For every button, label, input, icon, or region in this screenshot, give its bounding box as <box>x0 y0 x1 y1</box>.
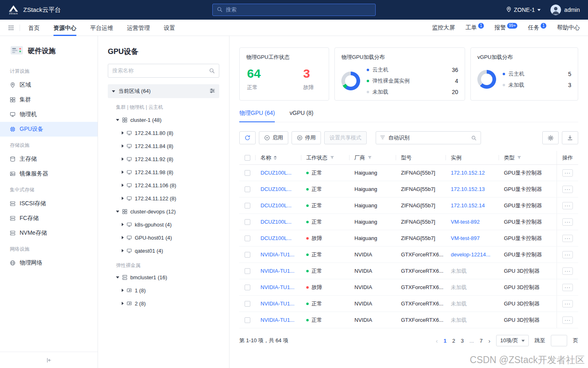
nav-item-help-center[interactable]: 帮助中心 <box>557 24 580 31</box>
tree-host-node[interactable]: 172.24.11.92 (8) <box>108 153 219 166</box>
gpu-name-link[interactable]: DCUZ100L... <box>261 170 292 176</box>
tree-host-node[interactable]: 172.24.11.84 (8) <box>108 139 219 153</box>
jump-page-input[interactable] <box>551 335 567 346</box>
caret-down-icon[interactable] <box>116 211 119 213</box>
tree-bm-node[interactable]: 1 (8) <box>108 284 219 297</box>
instance-link[interactable]: VM-test-897 <box>451 235 480 241</box>
sidebar-item-host[interactable]: 物理机 <box>0 107 98 122</box>
caret-right-icon[interactable] <box>122 157 124 161</box>
row-actions-button[interactable]: ··· <box>562 316 573 324</box>
gpu-name-link[interactable]: DCUZ100L... <box>261 235 292 241</box>
gpu-name-link[interactable]: NVIDIA-TU1... <box>261 284 294 290</box>
gpu-name-link[interactable]: NVIDIA-TU1... <box>261 268 294 274</box>
caret-down-icon[interactable] <box>112 90 115 92</box>
row-actions-button[interactable]: ··· <box>562 202 573 209</box>
sidebar-item-primary-storage[interactable]: 主存储 <box>0 152 98 166</box>
export-download-button[interactable] <box>562 131 578 144</box>
gpu-name-link[interactable]: NVIDIA-TU1... <box>261 317 294 323</box>
nav-item-tasks[interactable]: 任务1 <box>528 24 546 31</box>
gpu-name-link[interactable]: NVIDIA-TU1... <box>261 251 294 258</box>
tree-host-node[interactable]: qatest01 (4) <box>108 244 219 257</box>
sidebar-item-gpu-device[interactable]: GPU设备 <box>0 122 98 137</box>
tree-cluster-node[interactable]: cluster-devops (12) <box>108 205 219 218</box>
page-number[interactable]: 7 <box>480 338 483 344</box>
caret-right-icon[interactable] <box>122 171 124 174</box>
caret-right-icon[interactable] <box>122 223 124 226</box>
filter-funnel-icon[interactable] <box>330 155 334 160</box>
caret-right-icon[interactable] <box>122 131 124 135</box>
nav-item-resource-center[interactable]: 资源中心 <box>53 20 76 36</box>
caret-right-icon[interactable] <box>122 302 124 305</box>
search-icon[interactable] <box>471 135 477 141</box>
tab-physical-gpu[interactable]: 物理GPU (64) <box>239 110 275 122</box>
row-checkbox[interactable] <box>245 236 250 241</box>
nav-item-settings[interactable]: 设置 <box>164 20 175 36</box>
tab-vgpu[interactable]: vGPU (8) <box>290 110 313 122</box>
next-page-icon[interactable]: › <box>488 338 490 344</box>
instance-link[interactable]: 172.10.152.14 <box>451 202 485 209</box>
sidebar-item-image-server[interactable]: 镜像服务器 <box>0 166 98 181</box>
nav-item-monitor-screen[interactable]: 监控大屏 <box>432 24 455 31</box>
instance-link[interactable]: develop-12214... <box>451 251 490 258</box>
row-actions-button[interactable]: ··· <box>562 235 573 242</box>
disable-button[interactable]: 停用 <box>292 131 321 144</box>
app-grid-icon[interactable] <box>8 25 14 31</box>
sidebar-item-physical-network[interactable]: 物理网络 <box>0 256 98 270</box>
instance-link[interactable]: 172.10.152.13 <box>451 186 485 192</box>
caret-down-icon[interactable] <box>116 119 119 121</box>
tree-host-node[interactable]: 172.24.11.98 (8) <box>108 166 219 179</box>
tree-settings-icon[interactable] <box>209 88 215 95</box>
enable-button[interactable]: 启用 <box>259 131 288 144</box>
share-mode-button[interactable]: 设置共享模式 <box>324 131 367 144</box>
tree-bm-node[interactable]: 2 (8) <box>108 297 219 310</box>
nav-item-alerts[interactable]: 报警99+ <box>494 24 517 31</box>
caret-right-icon[interactable] <box>122 184 124 187</box>
row-checkbox[interactable] <box>245 203 250 209</box>
filter-funnel-icon[interactable] <box>517 155 521 160</box>
tree-host-node[interactable]: 172.24.11.80 (8) <box>108 126 219 139</box>
page-size-select[interactable]: 10项/页 <box>496 335 529 346</box>
row-checkbox[interactable] <box>245 317 250 323</box>
refresh-button[interactable] <box>239 131 256 144</box>
row-actions-button[interactable]: ··· <box>562 300 573 307</box>
sidebar-item-region[interactable]: 区域 <box>0 78 98 92</box>
nav-item-tickets[interactable]: 工单1 <box>466 24 484 31</box>
filter-funnel-icon[interactable] <box>368 155 372 160</box>
caret-down-icon[interactable] <box>116 276 119 278</box>
gpu-name-link[interactable]: DCUZ100L... <box>261 219 292 225</box>
tree-host-node[interactable]: GPU-host01 (4) <box>108 231 219 244</box>
tree-host-node[interactable]: 172.24.11.122 (8) <box>108 192 219 205</box>
row-actions-button[interactable]: ··· <box>562 186 573 193</box>
row-actions-button[interactable]: ··· <box>562 169 573 177</box>
tree-bm-cluster-node[interactable]: bmcluster1 (16) <box>108 271 219 284</box>
tree-cluster-node[interactable]: cluster-1 (48) <box>108 113 219 126</box>
tree-search-input[interactable]: 搜索名称 <box>108 64 219 78</box>
select-all-checkbox[interactable] <box>245 155 250 161</box>
nav-item-home[interactable]: 首页 <box>28 20 40 36</box>
collapse-sidebar-icon[interactable] <box>46 357 52 363</box>
sidebar-item-fc[interactable]: FC存储 <box>0 211 98 226</box>
caret-right-icon[interactable] <box>122 236 124 239</box>
sidebar-item-iscsi[interactable]: ISCSI存储 <box>0 196 98 211</box>
row-actions-button[interactable]: ··· <box>562 284 573 291</box>
page-number[interactable]: 2 <box>452 338 455 344</box>
caret-right-icon[interactable] <box>122 197 124 200</box>
gpu-name-link[interactable]: NVIDIA-TU1... <box>261 301 294 307</box>
row-checkbox[interactable] <box>245 285 250 290</box>
instance-link[interactable]: VM-test-892 <box>451 219 480 225</box>
caret-right-icon[interactable] <box>122 144 124 148</box>
prev-page-icon[interactable]: ‹ <box>436 338 438 344</box>
gpu-name-link[interactable]: DCUZ100L... <box>261 202 292 209</box>
row-checkbox[interactable] <box>245 252 250 258</box>
sidebar-item-cluster[interactable]: 集群 <box>0 92 98 107</box>
gpu-name-link[interactable]: DCUZ100L... <box>261 186 292 192</box>
global-search-input[interactable]: 搜索 <box>212 4 376 16</box>
zone-selector[interactable]: ZONE-1 <box>506 7 541 13</box>
caret-right-icon[interactable] <box>122 249 124 252</box>
row-checkbox[interactable] <box>245 186 250 192</box>
page-number[interactable]: 3 <box>461 338 464 344</box>
row-actions-button[interactable]: ··· <box>562 267 573 275</box>
filter-dropdown[interactable]: 自动识别 <box>376 131 481 144</box>
sort-icon[interactable] <box>274 156 277 160</box>
tree-node-current-region[interactable]: 当前区域 (64) <box>108 84 219 98</box>
